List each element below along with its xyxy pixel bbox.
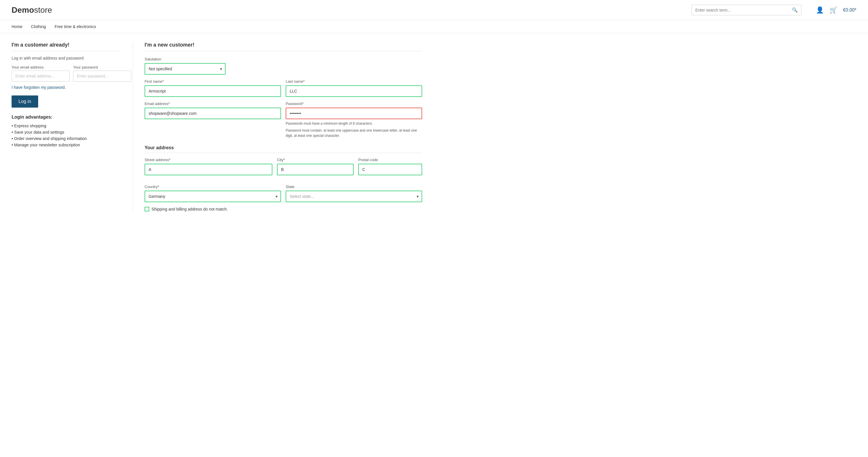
search-input[interactable] — [695, 8, 789, 12]
forgot-password-link[interactable]: I have forgotten my password. — [11, 85, 66, 90]
email-group: Your email address — [11, 65, 70, 82]
address-section: Your address Street address* City* Posta… — [145, 145, 422, 211]
advantage-item: Save your data and settings — [11, 129, 121, 135]
advantage-item: Order overview and shipping information — [11, 135, 121, 142]
address-title: Your address — [145, 145, 422, 150]
salutation-group: Salutation Not specified Mr. Mrs. — [145, 57, 422, 74]
state-select[interactable]: Select state... — [286, 191, 422, 202]
password-label: Your password — [73, 65, 131, 69]
country-group: Country* Germany Austria Switzerland — [145, 185, 281, 202]
new-password-label: Password* — [286, 101, 422, 106]
login-button[interactable]: Log in — [11, 95, 38, 108]
logo-bold: Demo — [11, 5, 34, 14]
header-icons: 👤 🛒 €0.00* — [816, 6, 857, 14]
advantage-item: Manage your newsletter subscription — [11, 142, 121, 148]
salutation-select-wrapper: Not specified Mr. Mrs. — [145, 63, 225, 74]
address-row-1: Street address* City* Postal code — [145, 158, 422, 180]
password-group: Your password — [73, 65, 131, 82]
new-email-group: Email address* — [145, 101, 281, 138]
nav-home[interactable]: Home — [11, 24, 22, 29]
postal-input[interactable] — [358, 164, 422, 175]
state-label: State — [286, 185, 422, 189]
salutation-label: Salutation — [145, 57, 422, 61]
header: Demostore 🔍 👤 🛒 €0.00* — [0, 0, 868, 20]
address-divider — [145, 153, 422, 153]
existing-customer-section: I'm a customer already! Log in with emai… — [11, 42, 133, 211]
main-content: I'm a customer already! Log in with emai… — [0, 33, 434, 220]
cart-icon[interactable]: 🛒 — [830, 6, 837, 14]
logo-light: store — [34, 5, 52, 14]
country-select-wrapper: Germany Austria Switzerland — [145, 191, 281, 202]
shipping-billing-checkbox-row: Shipping and billing address do not matc… — [145, 207, 422, 211]
login-email-input[interactable] — [11, 70, 70, 82]
street-label: Street address* — [145, 158, 272, 162]
advantages-title: Login advantages: — [11, 115, 121, 120]
password-hint-1: Passwords must have a minimum length of … — [286, 121, 422, 126]
password-hint-2: Password must contain: at least one uppe… — [286, 128, 422, 138]
new-email-label: Email address* — [145, 101, 281, 106]
first-name-label: First name* — [145, 79, 281, 84]
nav-clothing[interactable]: Clothing — [31, 24, 46, 29]
country-label: Country* — [145, 185, 281, 189]
account-icon[interactable]: 👤 — [816, 6, 824, 14]
shipping-billing-checkbox[interactable] — [145, 207, 149, 211]
logo: Demostore — [11, 5, 52, 15]
new-customer-title: I'm a new customer! — [145, 42, 422, 48]
shipping-billing-label: Shipping and billing address do not matc… — [152, 207, 228, 211]
login-password-input[interactable] — [73, 70, 131, 82]
new-password-input[interactable] — [286, 108, 422, 119]
search-bar: 🔍 — [692, 5, 802, 15]
nav-free-time[interactable]: Free time & electronics — [55, 24, 96, 29]
advantage-item: Express shopping — [11, 123, 121, 129]
advantages-list: Express shopping Save your data and sett… — [11, 123, 121, 148]
search-icon[interactable]: 🔍 — [792, 7, 798, 13]
new-email-input[interactable] — [145, 108, 281, 119]
login-fields-row: Your email address Your password — [11, 65, 121, 82]
last-name-input[interactable] — [286, 85, 422, 97]
city-label: City* — [277, 158, 353, 162]
city-group: City* — [277, 158, 353, 175]
state-select-wrapper: Select state... — [286, 191, 422, 202]
last-name-label: Last name* — [286, 79, 422, 84]
salutation-select[interactable]: Not specified Mr. Mrs. — [145, 63, 225, 74]
cart-price[interactable]: €0.00* — [843, 7, 857, 13]
new-password-group: Password* Passwords must have a minimum … — [286, 101, 422, 138]
first-name-input[interactable] — [145, 85, 281, 97]
street-group: Street address* — [145, 158, 272, 175]
new-customer-section: I'm a new customer! Salutation Not speci… — [133, 42, 422, 211]
credentials-row: Email address* Password* Passwords must … — [145, 101, 422, 138]
name-row: First name* Last name* — [145, 79, 422, 97]
email-label: Your email address — [11, 65, 70, 69]
address-row-2: Country* Germany Austria Switzerland Sta… — [145, 185, 422, 202]
login-subtitle: Log in with email address and password — [11, 56, 121, 60]
postal-label: Postal code — [358, 158, 422, 162]
left-divider — [11, 51, 121, 51]
postal-group: Postal code — [358, 158, 422, 175]
first-name-group: First name* — [145, 79, 281, 97]
street-input[interactable] — [145, 164, 272, 175]
last-name-group: Last name* — [286, 79, 422, 97]
navigation: Home Clothing Free time & electronics — [0, 20, 868, 33]
right-divider — [145, 51, 422, 51]
state-group: State Select state... — [286, 185, 422, 202]
country-select[interactable]: Germany Austria Switzerland — [145, 191, 281, 202]
city-input[interactable] — [277, 164, 353, 175]
existing-customer-title: I'm a customer already! — [11, 42, 121, 48]
